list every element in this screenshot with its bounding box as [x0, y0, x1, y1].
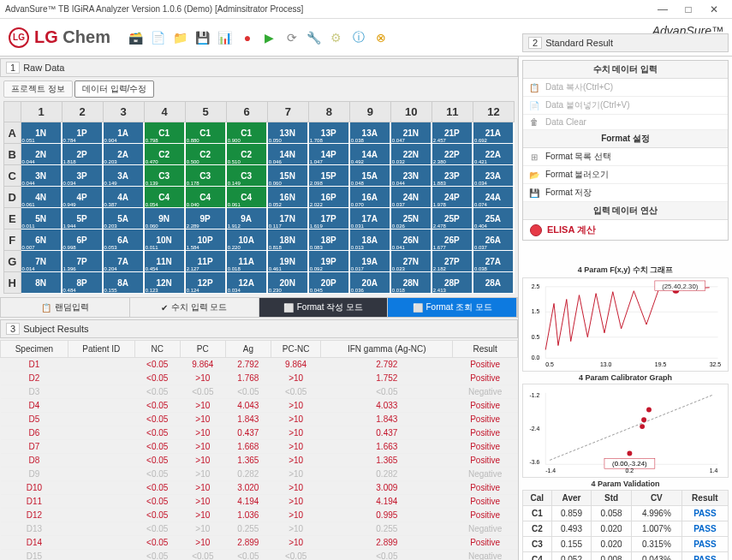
- toolbar-icon[interactable]: 🗃️: [128, 29, 145, 46]
- well[interactable]: C10.880: [186, 122, 225, 143]
- well[interactable]: 15A0.048: [350, 165, 390, 186]
- well[interactable]: C30.149: [227, 165, 266, 186]
- well[interactable]: 19P0.092: [309, 251, 348, 271]
- well[interactable]: 25N0.026: [391, 208, 431, 229]
- minimize-button[interactable]: —: [650, 3, 675, 15]
- well[interactable]: C30.139: [145, 165, 184, 186]
- well[interactable]: 9P2.289: [186, 208, 225, 229]
- well[interactable]: 17A0.031: [350, 208, 390, 229]
- well[interactable]: 14P1.047: [309, 144, 348, 164]
- well[interactable]: 21A0.692: [473, 122, 513, 143]
- toolbar-icon[interactable]: 📄: [150, 29, 167, 46]
- well[interactable]: 5A0.203: [104, 208, 143, 229]
- well[interactable]: 8P0.484: [62, 272, 102, 293]
- close-button[interactable]: ✕: [701, 3, 727, 15]
- well[interactable]: 6N0.007: [21, 229, 61, 250]
- well[interactable]: 7P1.396: [62, 251, 102, 271]
- well[interactable]: 17N0.117: [268, 208, 307, 229]
- well[interactable]: 8A0.155: [104, 272, 143, 293]
- well[interactable]: 16P2.022: [309, 187, 348, 207]
- well[interactable]: 22A0.421: [473, 144, 513, 164]
- well[interactable]: 22P2.380: [432, 144, 472, 164]
- tab-data-input[interactable]: 데이터 입력/수정: [74, 80, 155, 98]
- well[interactable]: 26P1.677: [432, 229, 472, 250]
- well[interactable]: 4P0.949: [62, 187, 102, 207]
- maximize-button[interactable]: □: [675, 3, 701, 15]
- table-row[interactable]: D13<0.05>100.255>100.255Negative: [1, 522, 518, 536]
- well[interactable]: 12N0.123: [145, 272, 184, 293]
- table-row[interactable]: D3<0.05<0.05<0.05<0.05<0.05Negative: [1, 385, 518, 399]
- well[interactable]: C40.054: [145, 187, 184, 207]
- well[interactable]: 13A0.038: [350, 122, 390, 143]
- table-row[interactable]: D11<0.05>104.194>104.194Positive: [1, 495, 518, 509]
- well[interactable]: 14N0.046: [268, 144, 307, 164]
- well[interactable]: 17P1.619: [309, 208, 348, 229]
- well[interactable]: 26A0.037: [473, 229, 513, 250]
- well[interactable]: 21N0.047: [391, 122, 431, 143]
- mode-random[interactable]: 📋 랜덤입력: [1, 298, 130, 317]
- well[interactable]: 11P2.127: [186, 251, 225, 271]
- well[interactable]: 1N0.051: [21, 122, 61, 143]
- well[interactable]: 24A0.074: [473, 187, 513, 207]
- well[interactable]: 27P2.182: [432, 251, 472, 271]
- well[interactable]: 23A0.034: [473, 165, 513, 186]
- record-icon[interactable]: ●: [239, 29, 256, 46]
- excel-icon[interactable]: 📊: [217, 29, 234, 46]
- well[interactable]: 3N0.044: [21, 165, 61, 186]
- well[interactable]: 28P2.413: [432, 272, 472, 293]
- well[interactable]: 10P1.584: [186, 229, 225, 250]
- table-row[interactable]: D9<0.05>100.282>100.282Negative: [1, 468, 518, 481]
- table-row[interactable]: D14<0.05>102.899>102.899Positive: [1, 536, 518, 550]
- well[interactable]: 10N0.011: [145, 229, 184, 250]
- save-icon[interactable]: 💾: [194, 29, 211, 46]
- well[interactable]: 19A0.017: [350, 251, 390, 271]
- tab-project-info[interactable]: 프로젝트 정보: [3, 80, 73, 98]
- well[interactable]: C40.040: [186, 187, 225, 207]
- well[interactable]: C20.470: [145, 144, 184, 164]
- info-icon[interactable]: ⓘ: [350, 29, 367, 46]
- well[interactable]: C20.500: [186, 144, 225, 164]
- well[interactable]: 22N0.032: [391, 144, 431, 164]
- well[interactable]: 15P2.098: [309, 165, 348, 186]
- well[interactable]: 4N0.061: [21, 187, 61, 207]
- well[interactable]: 7N0.014: [21, 251, 61, 271]
- well[interactable]: 11A0.018: [227, 251, 266, 271]
- well[interactable]: 23P1.883: [432, 165, 472, 186]
- well[interactable]: 25A0.404: [473, 208, 513, 229]
- well[interactable]: 4A0.387: [104, 187, 143, 207]
- well[interactable]: 19N0.461: [268, 251, 307, 271]
- well[interactable]: 18A0.013: [350, 229, 390, 250]
- table-row[interactable]: D12<0.05>101.036>100.995Positive: [1, 509, 518, 522]
- table-row[interactable]: D5<0.05>101.843>101.843Positive: [1, 413, 518, 426]
- well[interactable]: 24N0.037: [391, 187, 431, 207]
- well[interactable]: 28N0.018: [391, 272, 431, 293]
- table-row[interactable]: D10<0.05>103.020>103.009Positive: [1, 481, 518, 495]
- well[interactable]: 5N0.011: [21, 208, 61, 229]
- well[interactable]: 2A0.203: [104, 144, 143, 164]
- well[interactable]: 16A0.070: [350, 187, 390, 207]
- well[interactable]: C40.061: [227, 187, 266, 207]
- well[interactable]: 27A0.038: [473, 251, 513, 271]
- well[interactable]: 1A0.904: [104, 122, 143, 143]
- well[interactable]: 21P2.457: [432, 122, 472, 143]
- table-row[interactable]: D8<0.05>101.365>101.365Positive: [1, 454, 518, 468]
- table-row[interactable]: D4<0.05>104.043>104.033Positive: [1, 399, 518, 413]
- well[interactable]: 3P0.034: [62, 165, 102, 186]
- toolbar-icon[interactable]: 📁: [172, 29, 189, 46]
- well[interactable]: 18N0.818: [268, 229, 307, 250]
- table-row[interactable]: D6<0.05>100.437>100.437Positive: [1, 426, 518, 440]
- well[interactable]: 1P0.784: [62, 122, 102, 143]
- well[interactable]: 20N0.230: [268, 272, 307, 293]
- well[interactable]: 3A0.149: [104, 165, 143, 186]
- mode-numeric[interactable]: ✔ 수치 입력 모드: [130, 298, 259, 317]
- well[interactable]: 27N0.023: [391, 251, 431, 271]
- well[interactable]: 28A: [473, 272, 513, 293]
- well[interactable]: 26N0.041: [391, 229, 431, 250]
- well[interactable]: 16N0.052: [268, 187, 307, 207]
- well[interactable]: 10A0.220: [227, 229, 266, 250]
- well[interactable]: 2P1.818: [62, 144, 102, 164]
- settings-icon[interactable]: 🔧: [306, 29, 323, 46]
- well[interactable]: 6A0.053: [104, 229, 143, 250]
- table-row[interactable]: D2<0.05>101.768>101.752Positive: [1, 372, 518, 385]
- well[interactable]: C10.798: [145, 122, 184, 143]
